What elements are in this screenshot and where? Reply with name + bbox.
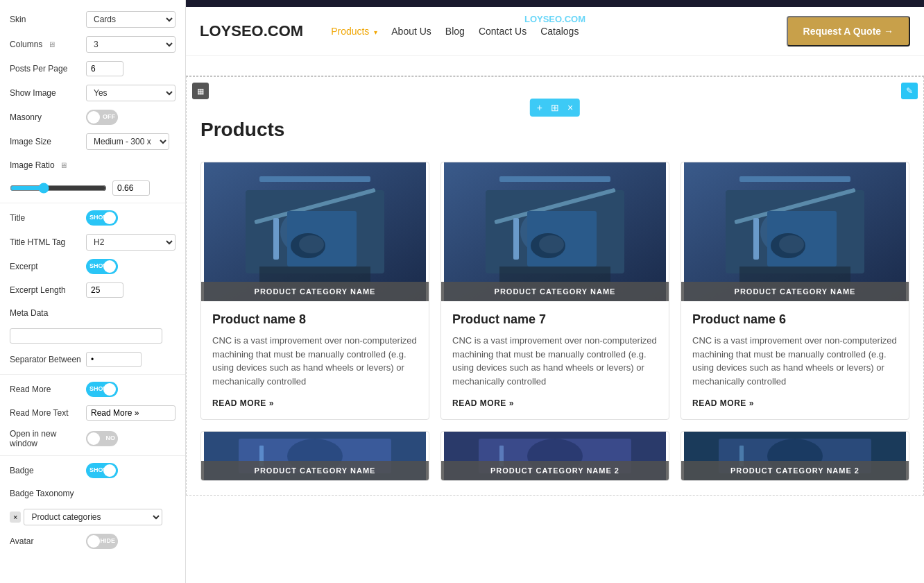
open-new-window-knob bbox=[87, 432, 100, 445]
product-card-3: PRODUCT CATEGORY NAME 2 bbox=[681, 431, 909, 481]
title-html-tag-select[interactable]: H1 H2 H3 H4 bbox=[86, 234, 176, 251]
badge-taxonomy-wrap[interactable]: × Product categories Tags bbox=[10, 509, 162, 525]
element-toolbar: + ⊞ × bbox=[530, 99, 580, 117]
masonry-label: Masonry bbox=[10, 112, 86, 122]
badge-control[interactable]: SHOW bbox=[86, 463, 176, 478]
meta-data-row: Meta Data bbox=[0, 302, 185, 324]
read-more-label: Read More bbox=[10, 385, 86, 394]
badge-taxonomy-label: Badge Taxonomy bbox=[10, 489, 86, 498]
request-quote-button[interactable]: Request A Quote → bbox=[787, 16, 910, 47]
skin-select[interactable]: Cards List Grid bbox=[86, 11, 176, 28]
open-new-window-control[interactable]: NO bbox=[86, 431, 176, 446]
posts-per-page-input[interactable] bbox=[86, 61, 123, 76]
products-arrow: ▾ bbox=[374, 28, 377, 36]
excerpt-knob bbox=[103, 260, 116, 273]
title-html-tag-control[interactable]: H1 H2 H3 H4 bbox=[86, 234, 176, 251]
product-card-7: PRODUCT CATEGORY NAME Product name 7 CNC… bbox=[440, 162, 669, 420]
avatar-knob bbox=[87, 535, 100, 548]
nav-blog[interactable]: Blog bbox=[445, 22, 465, 40]
show-image-control[interactable]: Yes No bbox=[86, 85, 176, 101]
masonry-control[interactable]: OFF bbox=[86, 110, 176, 125]
svg-rect-22 bbox=[739, 176, 850, 182]
excerpt-slider: SHOW bbox=[86, 259, 118, 274]
card-6-excerpt: CNC is a vast improvement over non-compu… bbox=[692, 334, 898, 388]
card-8-body: Product name 8 CNC is a vast improvement… bbox=[201, 301, 429, 419]
toolbar-close-button[interactable]: × bbox=[565, 101, 576, 115]
title-toggle[interactable]: SHOW bbox=[86, 210, 118, 226]
title-label: Title bbox=[10, 213, 86, 223]
read-more-knob bbox=[103, 383, 116, 396]
excerpt-label: Excerpt bbox=[10, 262, 86, 271]
nav-contact-us[interactable]: Contact Us bbox=[479, 22, 527, 40]
toolbar-add-button[interactable]: + bbox=[534, 101, 545, 115]
nav-about-us[interactable]: About Us bbox=[391, 22, 431, 40]
columns-select[interactable]: 1 2 3 4 bbox=[86, 36, 176, 53]
excerpt-control[interactable]: SHOW bbox=[86, 259, 176, 274]
section-icon: ▦ bbox=[192, 83, 209, 99]
avatar-toggle[interactable]: HIDE bbox=[86, 534, 118, 549]
open-new-window-toggle[interactable]: NO bbox=[86, 431, 118, 446]
image-ratio-slider[interactable] bbox=[10, 183, 107, 194]
columns-control[interactable]: 1 2 3 4 bbox=[86, 36, 176, 53]
meta-data-input[interactable] bbox=[10, 328, 162, 344]
card-4-badge: PRODUCT CATEGORY NAME 2 bbox=[441, 461, 669, 480]
card-6-read-more[interactable]: READ MORE » bbox=[692, 398, 754, 408]
read-more-text-input[interactable] bbox=[86, 405, 176, 421]
badge-taxonomy-clear[interactable]: × bbox=[10, 512, 21, 523]
separator-input[interactable] bbox=[86, 352, 142, 367]
navbar-brand[interactable]: LOYSEO.COM bbox=[200, 22, 303, 40]
open-new-window-label: Open in new window bbox=[10, 429, 86, 448]
nav-products[interactable]: Products ▾ bbox=[331, 22, 377, 40]
meta-data-input-row[interactable] bbox=[0, 324, 185, 348]
products-section: ▦ ✎ Products bbox=[186, 76, 924, 496]
avatar-control[interactable]: HIDE bbox=[86, 534, 176, 549]
badge-taxonomy-select[interactable]: Product categories Tags bbox=[24, 509, 162, 525]
navbar-nav: Products ▾ About Us Blog Contact Us Cata… bbox=[331, 22, 786, 40]
read-more-text-control[interactable] bbox=[86, 405, 176, 421]
columns-label: Columns 🖥 bbox=[10, 40, 86, 49]
badge-slider: SHOW bbox=[86, 463, 118, 478]
badge-toggle[interactable]: SHOW bbox=[86, 463, 118, 478]
card-8-read-more[interactable]: READ MORE » bbox=[212, 398, 274, 408]
show-image-label: Show Image bbox=[10, 88, 86, 98]
show-image-select[interactable]: Yes No bbox=[86, 85, 176, 101]
title-slider: SHOW bbox=[86, 210, 118, 226]
image-size-label: Image Size bbox=[10, 137, 86, 146]
section-edit-button[interactable]: ✎ bbox=[901, 83, 918, 99]
avatar-row: Avatar HIDE bbox=[0, 530, 185, 553]
card-6-title: Product name 6 bbox=[692, 312, 898, 327]
masonry-toggle[interactable]: OFF bbox=[86, 110, 118, 125]
read-more-text-label: Read More Text bbox=[10, 408, 86, 418]
image-size-select[interactable]: Thumbnail Medium - 300 x 300 Large Full bbox=[86, 133, 169, 150]
badge-taxonomy-row: Badge Taxonomy bbox=[0, 482, 185, 505]
masonry-knob bbox=[87, 111, 100, 124]
badge-taxonomy-input-row[interactable]: × Product categories Tags bbox=[0, 505, 185, 530]
image-size-row: Image Size Thumbnail Medium - 300 x 300 … bbox=[0, 129, 185, 154]
card-7-read-more[interactable]: READ MORE » bbox=[452, 398, 514, 408]
card-7-image bbox=[441, 162, 669, 301]
card-8-img-wrap: PRODUCT CATEGORY NAME bbox=[201, 162, 429, 301]
card-8-image bbox=[201, 162, 429, 301]
excerpt-length-control[interactable] bbox=[86, 282, 176, 298]
nav-catalogs[interactable]: Catalogs bbox=[540, 22, 579, 40]
image-ratio-slider-wrap[interactable] bbox=[10, 180, 176, 196]
product-card-6: PRODUCT CATEGORY NAME Product name 6 CNC… bbox=[681, 162, 909, 420]
excerpt-length-input[interactable] bbox=[86, 282, 123, 298]
image-size-control[interactable]: Thumbnail Medium - 300 x 300 Large Full bbox=[86, 133, 176, 150]
skin-row: Skin Cards List Grid bbox=[0, 7, 185, 32]
image-ratio-value[interactable] bbox=[112, 180, 150, 196]
card-3-img-wrap: PRODUCT CATEGORY NAME 2 bbox=[681, 432, 909, 480]
read-more-control[interactable]: SHOW bbox=[86, 382, 176, 397]
read-more-slider: SHOW bbox=[86, 382, 118, 397]
badge-row: Badge SHOW bbox=[0, 459, 185, 482]
divider-1 bbox=[0, 203, 185, 203]
card-7-img-wrap: PRODUCT CATEGORY NAME bbox=[441, 162, 669, 301]
posts-per-page-control[interactable] bbox=[86, 61, 176, 76]
skin-control[interactable]: Cards List Grid bbox=[86, 11, 176, 28]
excerpt-toggle[interactable]: SHOW bbox=[86, 259, 118, 274]
read-more-toggle[interactable]: SHOW bbox=[86, 382, 118, 397]
title-control[interactable]: SHOW bbox=[86, 210, 176, 226]
separator-control[interactable] bbox=[86, 352, 176, 367]
toolbar-grid-button[interactable]: ⊞ bbox=[548, 101, 562, 115]
card-6-img-wrap: PRODUCT CATEGORY NAME bbox=[681, 162, 909, 301]
